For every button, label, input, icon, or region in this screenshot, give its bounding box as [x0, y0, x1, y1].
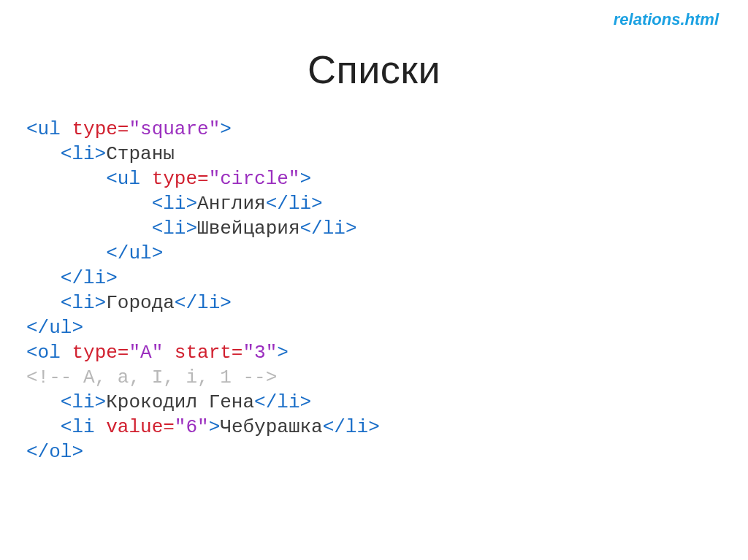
code-line: </ol>: [26, 441, 83, 463]
filename-label: relations.html: [614, 10, 719, 29]
tag-close: </li>: [300, 218, 357, 239]
tag-open: <ul: [26, 118, 72, 140]
code-line: <!-- A, a, I, i, 1 -->: [26, 367, 277, 388]
text: Швейцария: [197, 218, 299, 239]
tag-close: >: [220, 118, 232, 140]
tag-close: </li>: [323, 416, 380, 438]
code-line: <li>Города</li>: [61, 292, 232, 314]
attr-value: "6": [175, 416, 209, 438]
tag-open: <li>: [152, 193, 197, 215]
tag-close: </ul>: [26, 317, 83, 339]
text: Города: [106, 292, 175, 314]
attr-name: start=: [175, 342, 243, 364]
tag-close: >: [209, 416, 221, 438]
text: Чебурашка: [220, 416, 322, 438]
code-line: <ol type="A" start="3">: [26, 342, 289, 364]
attr-name: value=: [106, 416, 175, 438]
comment: <!-- A, a, I, i, 1 -->: [26, 367, 277, 388]
code-line: <li>Страны: [61, 143, 175, 165]
code-line: <li>Швейцария</li>: [152, 218, 357, 239]
tag-open: <li: [61, 416, 106, 438]
tag-close: </ul>: [106, 242, 163, 264]
code-line: </li>: [61, 267, 118, 289]
code-line: <li>Крокодил Гена</li>: [61, 391, 311, 413]
code-line: </ul>: [106, 242, 163, 264]
code-line: <ul type="square">: [26, 118, 232, 140]
attr-value: "3": [243, 342, 277, 364]
tag-open: <li>: [61, 143, 106, 165]
attr-value: "A": [129, 342, 174, 364]
attr-name: type=: [72, 118, 129, 140]
tag-close: >: [299, 168, 311, 190]
attr-value: "circle": [209, 168, 300, 190]
attr-value: "square": [129, 118, 220, 140]
tag-close: >: [277, 342, 289, 364]
tag-close: </ol>: [26, 441, 83, 463]
tag-open: <li>: [152, 218, 197, 239]
tag-close: </li>: [61, 267, 118, 289]
attr-name: type=: [72, 342, 129, 364]
attr-name: type=: [152, 168, 209, 190]
tag-open: <li>: [61, 292, 106, 314]
code-block: <ul type="square"> <li>Страны <ul type="…: [26, 117, 380, 464]
tag-open: <ol: [26, 342, 72, 364]
page-title: Списки: [0, 47, 748, 92]
tag-open: <li>: [61, 391, 106, 413]
text: Крокодил Гена: [106, 391, 254, 413]
code-line: <li>Англия</li>: [152, 193, 323, 215]
tag-close: </li>: [254, 391, 311, 413]
code-line: <li value="6">Чебурашка</li>: [61, 416, 380, 438]
tag-close: </li>: [266, 193, 323, 215]
code-line: <ul type="circle">: [106, 168, 311, 190]
code-line: </ul>: [26, 317, 83, 339]
tag-close: </li>: [175, 292, 232, 314]
text: Страны: [106, 143, 175, 165]
slide: relations.html Списки <ul type="square">…: [0, 0, 748, 560]
text: Англия: [197, 193, 266, 215]
tag-open: <ul: [106, 168, 151, 190]
